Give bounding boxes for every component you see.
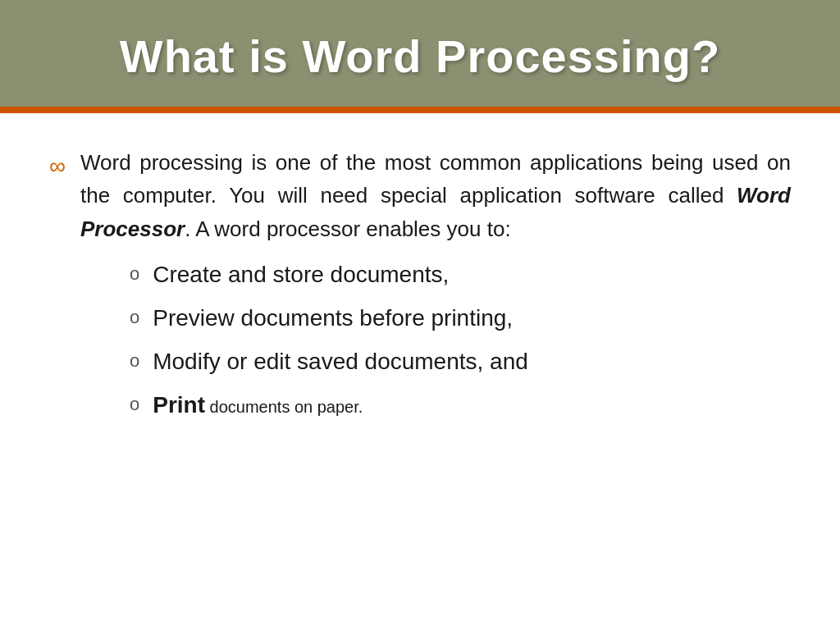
sub-bullet-item-2: o Preview documents before printing, xyxy=(130,302,791,334)
orange-divider xyxy=(0,107,840,113)
main-bullet-item: ∞ Word processing is one of the most com… xyxy=(49,146,791,433)
sub-bullet-text-3: Modify or edit saved documents, and xyxy=(153,345,528,377)
print-bold: Print xyxy=(153,389,205,421)
sub-bullet-text-4: Print documents on paper. xyxy=(153,389,363,421)
slide-title: What is Word Processing? xyxy=(120,30,720,83)
slide: What is Word Processing? ∞ Word processi… xyxy=(0,0,840,630)
chain-link-icon: ∞ xyxy=(49,150,66,182)
sub-bullet-marker-3: o xyxy=(130,349,139,374)
sub-bullet-item-4: o Print documents on paper. xyxy=(130,389,791,421)
sub-bullet-list: o Create and store documents, o Preview … xyxy=(130,258,791,422)
sub-bullet-item-3: o Modify or edit saved documents, and xyxy=(130,345,791,377)
slide-header: What is Word Processing? xyxy=(0,0,840,107)
sub-bullet-item-1: o Create and store documents, xyxy=(130,258,791,290)
main-text-part2: . A word processor enables you to: xyxy=(185,217,510,241)
sub-bullet-text-2: Preview documents before printing, xyxy=(153,302,513,334)
main-paragraph: Word processing is one of the most commo… xyxy=(80,146,791,433)
slide-content: ∞ Word processing is one of the most com… xyxy=(0,113,840,630)
sub-bullet-text-1: Create and store documents, xyxy=(153,258,449,290)
print-small: documents on paper. xyxy=(205,395,363,418)
main-text-part1: Word processing is one of the most commo… xyxy=(80,150,791,208)
sub-bullet-marker-1: o xyxy=(130,262,139,287)
sub-bullet-marker-4: o xyxy=(130,392,139,418)
sub-bullet-marker-2: o xyxy=(130,305,139,331)
